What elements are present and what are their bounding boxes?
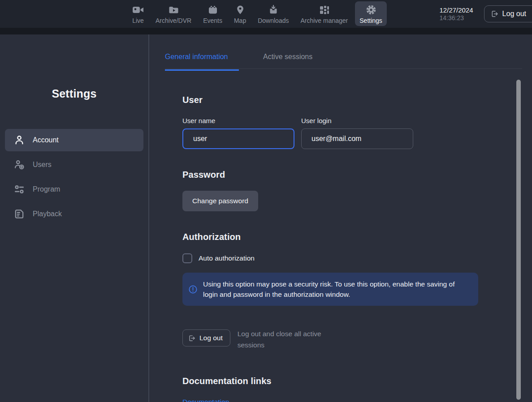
nav-item-archive-manager[interactable]: Archive manager	[296, 1, 352, 26]
vertical-scrollbar-thumb[interactable]	[516, 80, 521, 400]
sidebar-title: Settings	[0, 34, 148, 100]
documentation-section-title: Documentation links	[182, 376, 532, 386]
logout-icon	[188, 334, 196, 342]
map-pin-icon	[235, 4, 245, 16]
playback-document-icon	[13, 208, 26, 220]
security-warning-banner: Using this option may pose a security ri…	[182, 273, 478, 306]
gear-icon	[366, 4, 376, 16]
logout-button-label: Log out	[199, 334, 223, 342]
username-input[interactable]	[182, 128, 294, 149]
sidebar-item-label: Playback	[33, 210, 62, 218]
logout-button-main[interactable]: Log out	[182, 329, 230, 346]
tab-active-sessions[interactable]: Active sessions	[263, 53, 312, 61]
sidebar-item-playback[interactable]: Playback	[5, 203, 143, 225]
sidebar-item-label: Account	[33, 136, 59, 144]
users-icon	[13, 158, 26, 171]
settings-scroll-area: User User name User login Password Chang…	[149, 69, 532, 402]
security-warning-text: Using this option may pose a security ri…	[203, 279, 469, 299]
auto-authorization-label: Auto authorization	[199, 254, 255, 262]
content-area: Settings Account	[0, 34, 532, 402]
nav-label: Archive/DVR	[156, 17, 191, 24]
nav-item-downloads[interactable]: Downloads	[253, 1, 293, 26]
auto-authorization-checkbox[interactable]	[182, 253, 192, 263]
login-label: User login	[301, 117, 413, 124]
time-text: 14:36:23	[440, 14, 473, 22]
nav-label: Archive manager	[300, 17, 348, 24]
logout-button-top[interactable]: Log out	[484, 5, 532, 22]
nav-label: Live	[132, 17, 144, 24]
user-fields-row: User name User login	[182, 117, 532, 149]
login-field-group: User login	[301, 117, 413, 149]
sidebar-item-program[interactable]: Program	[5, 178, 143, 201]
login-input[interactable]	[301, 128, 413, 149]
topbar-right: 12/27/2024 14:36:23 Log out	[440, 0, 532, 28]
topbar-shadow-strip	[0, 28, 532, 34]
download-icon	[268, 4, 279, 16]
events-icon	[208, 4, 218, 16]
password-section-title: Password	[182, 170, 532, 180]
documentation-link[interactable]: Documentation	[182, 398, 229, 402]
tab-bar: General information Active sessions	[149, 34, 532, 69]
sidebar-item-label: Program	[33, 185, 60, 193]
top-nav: Live Archive/DVR	[128, 1, 387, 26]
logout-row: Log out Log out and close all active ses…	[182, 329, 532, 351]
sidebar-menu: Account Users	[0, 129, 148, 225]
username-label: User name	[182, 117, 294, 124]
archive-manager-icon	[319, 4, 330, 16]
nav-item-settings[interactable]: Settings	[355, 1, 387, 26]
nav-item-live[interactable]: Live	[128, 1, 148, 26]
app-window: Live Archive/DVR	[0, 0, 532, 402]
logout-description: Log out and close all active sessions	[238, 328, 336, 351]
nav-label: Downloads	[258, 17, 289, 24]
authorization-section-title: Authorization	[182, 232, 532, 242]
nav-item-map[interactable]: Map	[229, 1, 251, 26]
archive-folder-icon	[168, 4, 179, 16]
video-camera-icon	[132, 4, 144, 16]
nav-label: Events	[203, 17, 222, 24]
username-field-group: User name	[182, 117, 294, 149]
sidebar-item-label: Users	[33, 161, 52, 169]
logout-button-label: Log out	[502, 10, 526, 18]
sidebar-item-users[interactable]: Users	[5, 154, 143, 176]
nav-item-events[interactable]: Events	[199, 1, 227, 26]
top-navigation-bar: Live Archive/DVR	[0, 0, 532, 28]
datetime-display: 12/27/2024 14:36:23	[440, 6, 473, 22]
account-icon	[13, 134, 26, 146]
main-panel: General information Active sessions User…	[149, 34, 532, 402]
tab-general-information[interactable]: General information	[165, 53, 239, 71]
nav-label: Settings	[359, 17, 382, 24]
settings-sidebar: Settings Account	[0, 34, 148, 402]
date-text: 12/27/2024	[440, 6, 473, 14]
sidebar-item-account[interactable]: Account	[5, 129, 143, 151]
user-section-title: User	[182, 95, 532, 105]
auto-authorization-row: Auto authorization	[182, 253, 532, 263]
change-password-button[interactable]: Change password	[182, 191, 258, 211]
nav-label: Map	[234, 17, 246, 24]
nav-item-archive-dvr[interactable]: Archive/DVR	[151, 1, 196, 26]
info-icon	[188, 285, 198, 294]
program-sliders-icon	[13, 183, 26, 196]
logout-icon	[491, 10, 499, 18]
